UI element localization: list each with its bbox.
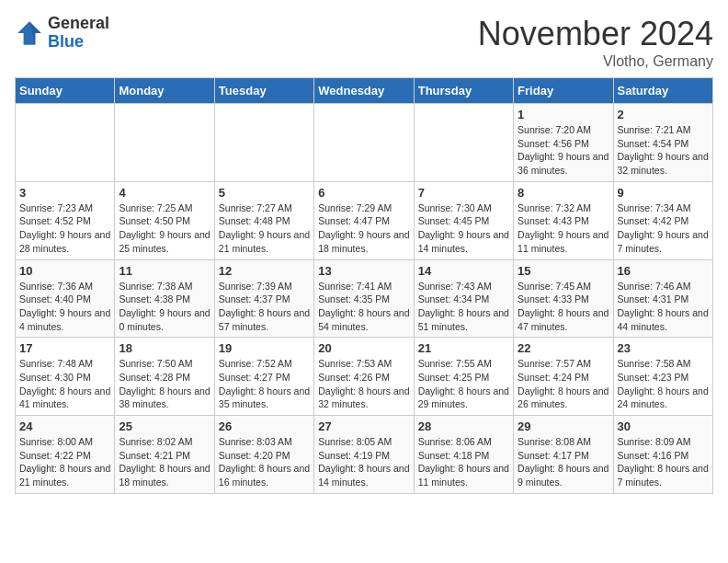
calendar-cell xyxy=(115,104,214,182)
day-number: 26 xyxy=(219,419,310,433)
location: Vlotho, Germany xyxy=(478,53,713,70)
day-number: 6 xyxy=(318,186,409,200)
page-header: General Blue November 2024 Vlotho, Germa… xyxy=(15,15,713,70)
day-number: 13 xyxy=(318,264,409,278)
calendar-cell: 7Sunrise: 7:30 AMSunset: 4:45 PMDaylight… xyxy=(414,181,513,259)
day-info: Sunrise: 7:29 AMSunset: 4:47 PMDaylight:… xyxy=(318,201,409,256)
calendar-cell: 27Sunrise: 8:05 AMSunset: 4:19 PMDayligh… xyxy=(314,416,414,494)
day-info: Sunrise: 7:20 AMSunset: 4:56 PMDaylight:… xyxy=(518,123,609,178)
day-number: 11 xyxy=(119,264,210,278)
logo-general: General xyxy=(48,15,109,33)
day-number: 23 xyxy=(618,341,709,355)
day-number: 8 xyxy=(518,186,609,200)
day-info: Sunrise: 7:53 AMSunset: 4:26 PMDaylight:… xyxy=(318,357,409,411)
day-number: 19 xyxy=(219,341,310,355)
calendar-cell xyxy=(414,104,513,182)
calendar-cell: 8Sunrise: 7:32 AMSunset: 4:43 PMDaylight… xyxy=(514,181,613,259)
day-info: Sunrise: 7:30 AMSunset: 4:45 PMDaylight:… xyxy=(418,201,509,256)
day-info: Sunrise: 7:45 AMSunset: 4:33 PMDaylight:… xyxy=(518,280,609,334)
day-info: Sunrise: 7:32 AMSunset: 4:43 PMDaylight:… xyxy=(518,201,609,256)
calendar-cell: 20Sunrise: 7:53 AMSunset: 4:26 PMDayligh… xyxy=(314,338,414,416)
calendar-cell: 22Sunrise: 7:57 AMSunset: 4:24 PMDayligh… xyxy=(514,338,613,416)
day-info: Sunrise: 7:38 AMSunset: 4:38 PMDaylight:… xyxy=(119,280,210,334)
calendar-cell xyxy=(314,104,414,182)
weekday-header-monday: Monday xyxy=(115,78,214,104)
day-number: 18 xyxy=(119,341,210,355)
day-number: 21 xyxy=(418,341,509,355)
calendar-cell: 2Sunrise: 7:21 AMSunset: 4:54 PMDaylight… xyxy=(613,104,712,182)
day-info: Sunrise: 7:58 AMSunset: 4:23 PMDaylight:… xyxy=(618,357,709,411)
weekday-header-saturday: Saturday xyxy=(613,78,712,104)
calendar-cell: 3Sunrise: 7:23 AMSunset: 4:52 PMDaylight… xyxy=(16,181,115,259)
calendar-cell: 14Sunrise: 7:43 AMSunset: 4:34 PMDayligh… xyxy=(414,259,513,338)
day-info: Sunrise: 7:36 AMSunset: 4:40 PMDaylight:… xyxy=(19,280,110,334)
day-number: 25 xyxy=(119,419,210,433)
weekday-header-tuesday: Tuesday xyxy=(214,78,313,104)
day-info: Sunrise: 7:25 AMSunset: 4:50 PMDaylight:… xyxy=(119,201,210,256)
weekday-header-wednesday: Wednesday xyxy=(314,78,414,104)
logo-blue: Blue xyxy=(48,33,109,52)
day-number: 16 xyxy=(618,264,709,278)
week-row-1: 3Sunrise: 7:23 AMSunset: 4:52 PMDaylight… xyxy=(16,181,713,259)
day-info: Sunrise: 7:48 AMSunset: 4:30 PMDaylight:… xyxy=(19,357,110,411)
day-number: 15 xyxy=(518,264,609,278)
calendar-cell: 12Sunrise: 7:39 AMSunset: 4:37 PMDayligh… xyxy=(214,259,313,338)
calendar: SundayMondayTuesdayWednesdayThursdayFrid… xyxy=(15,77,713,494)
day-number: 29 xyxy=(518,419,609,433)
day-info: Sunrise: 7:23 AMSunset: 4:52 PMDaylight:… xyxy=(19,201,110,256)
calendar-cell xyxy=(16,104,115,182)
day-number: 28 xyxy=(418,419,509,433)
day-info: Sunrise: 8:02 AMSunset: 4:21 PMDaylight:… xyxy=(119,435,210,489)
calendar-cell: 6Sunrise: 7:29 AMSunset: 4:47 PMDaylight… xyxy=(314,181,414,259)
calendar-cell: 21Sunrise: 7:55 AMSunset: 4:25 PMDayligh… xyxy=(414,338,513,416)
day-info: Sunrise: 7:50 AMSunset: 4:28 PMDaylight:… xyxy=(119,357,210,411)
day-number: 17 xyxy=(19,341,110,355)
calendar-cell: 29Sunrise: 8:08 AMSunset: 4:17 PMDayligh… xyxy=(514,416,613,494)
calendar-cell: 19Sunrise: 7:52 AMSunset: 4:27 PMDayligh… xyxy=(214,338,313,416)
day-info: Sunrise: 8:06 AMSunset: 4:18 PMDaylight:… xyxy=(418,435,509,489)
day-number: 9 xyxy=(618,186,709,200)
calendar-cell: 30Sunrise: 8:09 AMSunset: 4:16 PMDayligh… xyxy=(613,416,712,494)
day-number: 27 xyxy=(318,419,409,433)
calendar-cell: 9Sunrise: 7:34 AMSunset: 4:42 PMDaylight… xyxy=(613,181,712,259)
day-number: 3 xyxy=(19,186,110,200)
calendar-cell xyxy=(214,104,313,182)
day-number: 14 xyxy=(418,264,509,278)
calendar-cell: 23Sunrise: 7:58 AMSunset: 4:23 PMDayligh… xyxy=(613,338,712,416)
week-row-3: 17Sunrise: 7:48 AMSunset: 4:30 PMDayligh… xyxy=(16,338,713,416)
day-info: Sunrise: 7:57 AMSunset: 4:24 PMDaylight:… xyxy=(518,357,609,411)
calendar-cell: 16Sunrise: 7:46 AMSunset: 4:31 PMDayligh… xyxy=(613,259,712,338)
day-info: Sunrise: 8:08 AMSunset: 4:17 PMDaylight:… xyxy=(518,435,609,489)
day-info: Sunrise: 7:52 AMSunset: 4:27 PMDaylight:… xyxy=(219,357,310,411)
day-number: 10 xyxy=(19,264,110,278)
week-row-2: 10Sunrise: 7:36 AMSunset: 4:40 PMDayligh… xyxy=(16,259,713,338)
day-number: 20 xyxy=(318,341,409,355)
logo-icon xyxy=(15,18,44,48)
calendar-cell: 13Sunrise: 7:41 AMSunset: 4:35 PMDayligh… xyxy=(314,259,414,338)
weekday-header-thursday: Thursday xyxy=(414,78,513,104)
day-number: 2 xyxy=(618,108,709,121)
day-number: 24 xyxy=(19,419,110,433)
weekday-header-row: SundayMondayTuesdayWednesdayThursdayFrid… xyxy=(16,78,713,104)
day-number: 1 xyxy=(518,108,609,121)
day-info: Sunrise: 7:46 AMSunset: 4:31 PMDaylight:… xyxy=(618,280,709,334)
weekday-header-friday: Friday xyxy=(514,78,613,104)
calendar-cell: 15Sunrise: 7:45 AMSunset: 4:33 PMDayligh… xyxy=(514,259,613,338)
logo: General Blue xyxy=(15,15,109,52)
day-info: Sunrise: 8:05 AMSunset: 4:19 PMDaylight:… xyxy=(318,435,409,489)
day-info: Sunrise: 7:27 AMSunset: 4:48 PMDaylight:… xyxy=(219,201,310,256)
calendar-cell: 18Sunrise: 7:50 AMSunset: 4:28 PMDayligh… xyxy=(115,338,214,416)
calendar-cell: 10Sunrise: 7:36 AMSunset: 4:40 PMDayligh… xyxy=(16,259,115,338)
calendar-cell: 1Sunrise: 7:20 AMSunset: 4:56 PMDaylight… xyxy=(514,104,613,182)
day-number: 5 xyxy=(219,186,310,200)
calendar-cell: 5Sunrise: 7:27 AMSunset: 4:48 PMDaylight… xyxy=(214,181,313,259)
day-info: Sunrise: 8:09 AMSunset: 4:16 PMDaylight:… xyxy=(618,435,709,489)
week-row-0: 1Sunrise: 7:20 AMSunset: 4:56 PMDaylight… xyxy=(16,104,713,182)
calendar-cell: 11Sunrise: 7:38 AMSunset: 4:38 PMDayligh… xyxy=(115,259,214,338)
title-block: November 2024 Vlotho, Germany xyxy=(478,15,713,70)
weekday-header-sunday: Sunday xyxy=(16,78,115,104)
day-number: 30 xyxy=(618,419,709,433)
calendar-cell: 24Sunrise: 8:00 AMSunset: 4:22 PMDayligh… xyxy=(16,416,115,494)
day-number: 7 xyxy=(418,186,509,200)
day-number: 4 xyxy=(119,186,210,200)
